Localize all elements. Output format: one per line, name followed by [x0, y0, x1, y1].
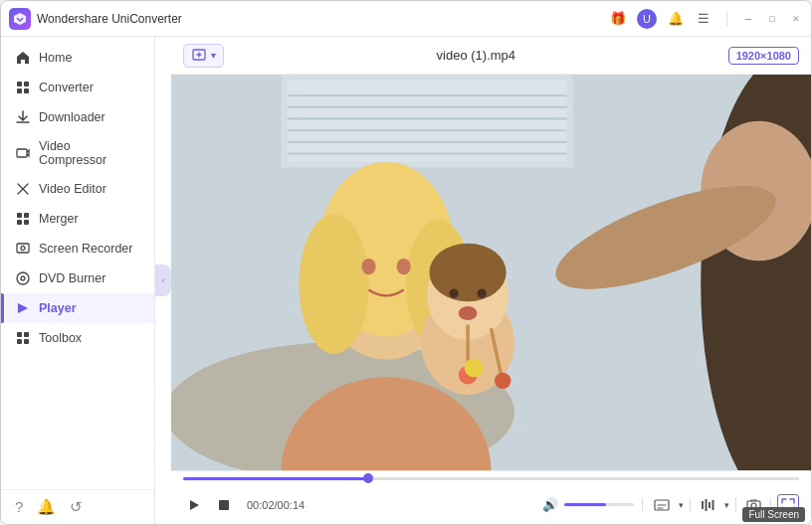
- sidebar-label-converter: Converter: [39, 81, 94, 94]
- svg-point-39: [449, 288, 458, 297]
- svg-point-46: [495, 373, 510, 389]
- svg-rect-52: [702, 501, 704, 509]
- svg-point-10: [21, 247, 25, 251]
- add-file-button[interactable]: ▾: [183, 44, 224, 68]
- sidebar-label-toolbox: Toolbox: [39, 331, 82, 345]
- maximize-button[interactable]: □: [765, 12, 779, 26]
- svg-point-41: [459, 306, 478, 320]
- svg-point-12: [21, 276, 25, 280]
- collapse-chevron-icon: ‹: [162, 275, 165, 285]
- sidebar-footer: ? 🔔 ↺: [1, 489, 154, 524]
- svg-point-11: [17, 272, 29, 284]
- video-compressor-icon: [15, 145, 31, 161]
- svg-rect-4: [17, 149, 27, 157]
- stop-button[interactable]: [213, 494, 235, 516]
- sidebar-item-toolbox[interactable]: Toolbox: [1, 323, 154, 353]
- svg-point-34: [362, 259, 376, 274]
- title-bar: Wondershare UniConverter 🎁 U 🔔 ☰ ─ □ ✕: [1, 1, 811, 37]
- video-filename: video (1).mp4: [224, 48, 728, 63]
- video-frame: [171, 75, 811, 470]
- sidebar-label-screen-recorder: Screen Recorder: [39, 242, 133, 256]
- sidebar-item-converter[interactable]: Converter: [1, 73, 154, 102]
- sidebar-item-merger[interactable]: Merger: [1, 204, 154, 234]
- toolbox-icon: [15, 330, 31, 346]
- svg-rect-14: [24, 332, 29, 337]
- fullscreen-tooltip: Full Screen: [742, 507, 805, 522]
- svg-rect-0: [17, 82, 22, 87]
- volume-track[interactable]: [564, 503, 634, 506]
- progress-thumb[interactable]: [363, 473, 373, 483]
- converter-icon: [15, 80, 31, 95]
- divider-2: [690, 498, 691, 512]
- gift-icon[interactable]: 🎁: [609, 10, 627, 28]
- progress-bar-container[interactable]: [171, 471, 811, 485]
- svg-point-38: [429, 244, 506, 302]
- player-icon: [15, 300, 31, 316]
- content-area: ▾ video (1).mp4 1920×1080: [171, 37, 811, 524]
- menu-icon[interactable]: ☰: [695, 10, 712, 28]
- svg-rect-13: [17, 332, 22, 337]
- sidebar-item-screen-recorder[interactable]: Screen Recorder: [1, 234, 154, 263]
- player-controls: 00:02/00:14 🔊: [171, 470, 811, 524]
- help-icon[interactable]: ?: [15, 498, 23, 516]
- svg-rect-16: [24, 339, 29, 344]
- refresh-icon[interactable]: ↺: [70, 498, 83, 516]
- svg-rect-5: [17, 213, 22, 218]
- sidebar-item-video-compressor[interactable]: Video Compressor: [1, 132, 154, 174]
- time-current: 00:02: [247, 499, 275, 511]
- svg-rect-54: [709, 502, 710, 508]
- svg-rect-1: [24, 82, 29, 87]
- svg-rect-7: [17, 220, 22, 225]
- svg-rect-53: [706, 499, 708, 511]
- dvd-burner-icon: [15, 270, 31, 286]
- home-icon: [15, 50, 31, 66]
- screen-recorder-icon: [15, 241, 31, 257]
- logo-icon: [9, 8, 31, 30]
- sidebar-collapse-button[interactable]: ‹: [155, 264, 171, 296]
- app-title: Wondershare UniConverter: [37, 12, 182, 26]
- divider-3: [735, 498, 736, 512]
- volume-container: 🔊: [542, 497, 634, 512]
- user-avatar-icon[interactable]: U: [637, 9, 657, 29]
- svg-point-35: [397, 259, 411, 274]
- volume-fill: [564, 503, 606, 506]
- app-logo: Wondershare UniConverter: [9, 8, 182, 30]
- sidebar-label-video-compressor: Video Compressor: [39, 139, 140, 167]
- progress-fill: [183, 477, 368, 480]
- tooltip-container: Full Screen: [742, 507, 805, 522]
- video-editor-icon: [15, 181, 31, 197]
- resolution-badge: 1920×1080: [728, 47, 799, 65]
- svg-point-32: [299, 214, 368, 353]
- close-button[interactable]: ✕: [789, 12, 803, 26]
- svg-rect-9: [17, 244, 29, 253]
- svg-rect-2: [17, 88, 22, 93]
- sidebar-item-player[interactable]: Player: [1, 293, 154, 323]
- minimize-button[interactable]: ─: [741, 12, 755, 26]
- sidebar-item-downloader[interactable]: Downloader: [1, 102, 154, 132]
- caption-button[interactable]: [651, 494, 673, 516]
- svg-rect-6: [24, 213, 29, 218]
- svg-rect-55: [712, 500, 714, 510]
- sidebar-nav: Home Converter Downloader: [1, 37, 154, 489]
- audio-track-button[interactable]: [697, 494, 718, 516]
- sidebar-label-player: Player: [39, 301, 77, 315]
- time-display: 00:02/00:14: [247, 499, 304, 511]
- sidebar-label-home: Home: [39, 51, 72, 65]
- sidebar: Home Converter Downloader: [1, 37, 155, 524]
- footer-bell-icon[interactable]: 🔔: [37, 498, 56, 516]
- sidebar-label-dvd-burner: DVD Burner: [39, 271, 105, 285]
- play-button[interactable]: [183, 494, 205, 516]
- progress-track[interactable]: [183, 477, 799, 480]
- notification-icon[interactable]: 🔔: [667, 10, 685, 28]
- title-bar-actions: 🎁 U 🔔 ☰ ─ □ ✕: [609, 9, 803, 29]
- player-topbar: ▾ video (1).mp4 1920×1080: [171, 37, 811, 75]
- sidebar-item-home[interactable]: Home: [1, 43, 154, 73]
- sidebar-label-downloader: Downloader: [39, 110, 105, 124]
- volume-icon[interactable]: 🔊: [542, 497, 558, 512]
- sidebar-item-video-editor[interactable]: Video Editor: [1, 174, 154, 204]
- sidebar-item-dvd-burner[interactable]: DVD Burner: [1, 263, 154, 293]
- video-container[interactable]: [171, 75, 811, 470]
- caption-chevron: ▾: [679, 500, 684, 510]
- divider-1: [642, 498, 643, 512]
- merger-icon: [15, 211, 31, 227]
